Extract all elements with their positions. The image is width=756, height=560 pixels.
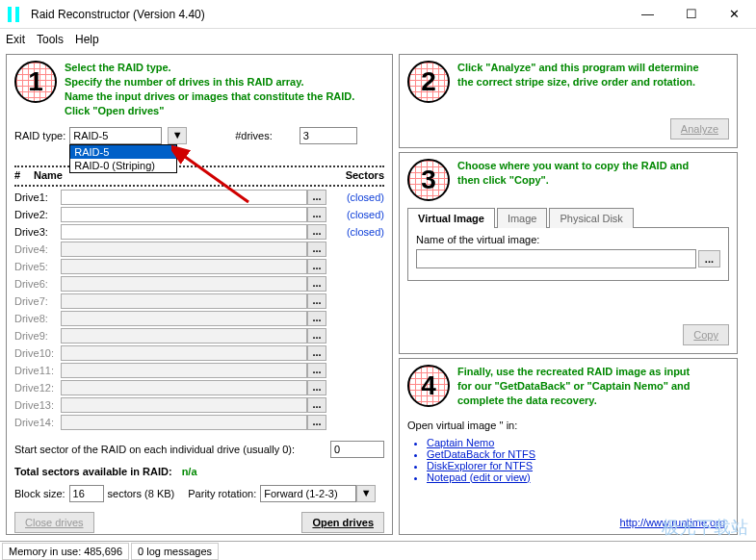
drive-row: Drive13:...: [14, 396, 384, 414]
virtual-name-input[interactable]: [416, 249, 696, 268]
drive-path-input[interactable]: [61, 224, 307, 240]
browse-button[interactable]: ...: [698, 250, 720, 267]
drive-path-input: [61, 415, 307, 430]
start-sector-label: Start sector of the RAID on each individ…: [14, 444, 325, 455]
step-3-badge: 3: [407, 159, 450, 201]
raidtype-dropdown-list[interactable]: RAID-5 RAID-0 (Striping): [69, 144, 177, 173]
drive-browse-button[interactable]: ...: [307, 224, 326, 240]
runtime-link[interactable]: http://www.runtime.org: [620, 517, 725, 528]
drive-path-input: [61, 293, 307, 309]
step-2-badge: 2: [407, 61, 450, 103]
drive-row: Drive1:...(closed): [14, 189, 384, 206]
step-2-panel: 2 Click "Analyze" and this program will …: [399, 54, 738, 148]
link-notepad[interactable]: Notepad (edit or view): [427, 471, 531, 483]
total-sectors-value: n/a: [182, 466, 197, 477]
drive-browse-button: ...: [307, 380, 326, 395]
drive-browse-button: ...: [307, 345, 326, 361]
drive-label: Drive5:: [14, 261, 61, 272]
drive-label: Drive2:: [14, 209, 61, 220]
drive-label: Drive12:: [14, 382, 61, 394]
blocksize-suffix: sectors (8 KB): [108, 488, 175, 499]
drive-browse-button: ...: [307, 311, 326, 326]
tab-physical-disk[interactable]: Physical Disk: [549, 208, 633, 228]
drive-row: Drive10:...: [14, 344, 384, 362]
app-icon: [8, 7, 23, 22]
raidtype-option-raid0[interactable]: RAID-0 (Striping): [70, 159, 176, 172]
drive-browse-button: ...: [307, 293, 326, 309]
raidtype-dropdown[interactable]: [69, 127, 162, 144]
tab-virtual-image[interactable]: Virtual Image: [407, 208, 495, 228]
drive-browse-button[interactable]: ...: [307, 207, 326, 222]
drives-count-input[interactable]: [300, 127, 357, 144]
drive-label: Drive14:: [14, 417, 61, 428]
drive-label: Drive4:: [14, 243, 61, 255]
dropdown-arrow-icon[interactable]: ▼: [168, 127, 187, 144]
maximize-button[interactable]: ☐: [669, 0, 713, 28]
step-2-text: Click "Analyze" and this program will de…: [457, 61, 699, 89]
analyze-button[interactable]: Analyze: [670, 118, 729, 140]
drive-label: Drive13:: [14, 399, 61, 411]
drive-row: Drive4:...: [14, 241, 384, 258]
drive-row: Drive6:...: [14, 275, 384, 293]
dropdown-arrow-icon[interactable]: ▼: [356, 485, 376, 502]
parity-label: Parity rotation:: [188, 488, 256, 499]
drive-path-input: [61, 242, 307, 257]
copy-button[interactable]: Copy: [683, 324, 729, 345]
open-drives-button[interactable]: Open drives: [301, 512, 384, 533]
minimize-button[interactable]: —: [626, 0, 669, 28]
blocksize-input[interactable]: [69, 485, 104, 502]
step-4-badge: 4: [407, 365, 450, 407]
parity-dropdown[interactable]: [260, 485, 356, 502]
close-button[interactable]: ✕: [713, 0, 756, 28]
link-getdataback[interactable]: GetDataBack for NTFS: [427, 448, 535, 460]
step-3-panel: 3 Choose where you want to copy the RAID…: [399, 152, 738, 354]
drive-path-input: [61, 311, 307, 326]
drive-label: Drive11:: [14, 365, 61, 376]
raidtype-label: RAID type:: [14, 130, 65, 141]
drive-row: Drive12:...: [14, 379, 384, 396]
step-3-text: Choose where you want to copy the RAID a…: [457, 159, 689, 188]
drive-label: Drive10:: [14, 347, 61, 359]
link-diskexplorer[interactable]: DiskExplorer for NTFS: [427, 460, 533, 471]
drive-label: Drive1:: [14, 191, 61, 203]
drive-status: (closed): [326, 209, 384, 220]
link-captain-nemo[interactable]: Captain Nemo: [427, 437, 494, 448]
drive-row: Drive3:...(closed): [14, 223, 384, 241]
drive-path-input: [61, 345, 307, 361]
drive-path-input: [61, 276, 307, 292]
drive-row: Drive7:...: [14, 293, 384, 310]
drive-label: Drive7:: [14, 295, 61, 307]
raidtype-option-raid5[interactable]: RAID-5: [70, 145, 176, 159]
drive-path-input[interactable]: [61, 207, 307, 222]
window-title: Raid Reconstructor (Version 4.40): [31, 8, 626, 21]
drive-path-input[interactable]: [61, 190, 307, 205]
step-4-text: Finally, use the recreated RAID image as…: [457, 365, 691, 408]
drive-status: (closed): [326, 226, 384, 238]
drive-browse-button[interactable]: ...: [307, 190, 326, 205]
drive-browse-button: ...: [307, 415, 326, 430]
drive-browse-button: ...: [307, 397, 326, 413]
menu-help[interactable]: Help: [75, 33, 99, 46]
tab-image[interactable]: Image: [497, 208, 548, 228]
menu-tools[interactable]: Tools: [37, 33, 64, 46]
drive-path-input: [61, 397, 307, 413]
drive-status: (closed): [326, 191, 384, 203]
drive-row: Drive2:...(closed): [14, 206, 384, 223]
drive-browse-button: ...: [307, 259, 326, 274]
menubar: Exit Tools Help: [0, 29, 756, 50]
drive-path-input: [61, 328, 307, 344]
start-sector-input[interactable]: [330, 441, 384, 458]
drive-label: Drive9:: [14, 330, 61, 342]
blocksize-label: Block size:: [14, 488, 65, 499]
close-drives-button[interactable]: Close drives: [14, 512, 94, 533]
left-panel: 1 Select the RAID type. Specify the numb…: [6, 54, 393, 535]
menu-exit[interactable]: Exit: [6, 33, 25, 46]
drive-row: Drive8:...: [14, 310, 384, 327]
drive-browse-button: ...: [307, 276, 326, 292]
drive-browse-button: ...: [307, 363, 326, 378]
total-sectors-label: Total sectors available in RAID:: [14, 466, 172, 477]
titlebar: Raid Reconstructor (Version 4.40) — ☐ ✕: [0, 0, 756, 29]
drive-browse-button: ...: [307, 328, 326, 344]
statusbar: Memory in use: 485,696 0 log messages: [0, 541, 756, 560]
step-1-text: Select the RAID type. Specify the number…: [65, 61, 354, 117]
